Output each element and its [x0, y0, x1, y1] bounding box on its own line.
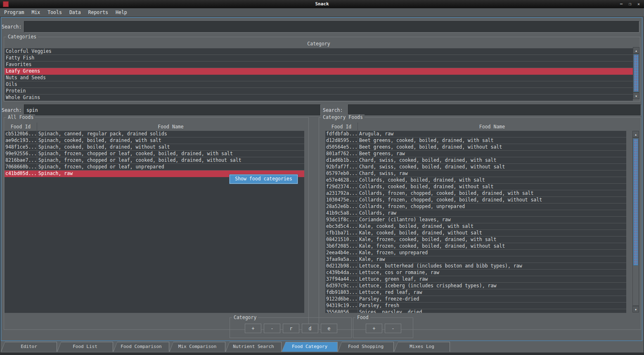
- food-category-panel: Search: Categories Category Colorful Veg…: [1, 17, 642, 341]
- tab[interactable]: Food List: [57, 342, 113, 352]
- tab-label: Nutrient Search: [225, 342, 282, 352]
- table-row[interactable]: 7068660b... Spinach, frozen, chopped or …: [5, 164, 304, 170]
- food-name-cell: Lettuce, cos or romaine, raw: [358, 270, 626, 276]
- category-action-button[interactable]: r: [283, 324, 299, 333]
- category-row[interactable]: Favorites: [5, 62, 633, 68]
- category-row[interactable]: Protein: [5, 88, 633, 95]
- category-row[interactable]: Leafy Greens: [5, 68, 633, 75]
- food-id-cell: 94319c19...: [325, 303, 358, 309]
- table-row[interactable]: 0d212b98... Lettuce, butterhead (include…: [325, 263, 626, 270]
- tab[interactable]: Food Shopping: [338, 342, 394, 352]
- tab[interactable]: Editor: [1, 342, 57, 352]
- food-name-cell: Spinach, frozen, chopped or leaf, cooked…: [37, 151, 304, 157]
- restore-icon[interactable]: ❐: [627, 0, 632, 8]
- tab[interactable]: Food Comparison: [113, 342, 169, 352]
- category-action-button[interactable]: d: [302, 324, 318, 333]
- category-action-button[interactable]: +: [245, 324, 261, 333]
- food-action-button[interactable]: -: [385, 324, 401, 333]
- food-id-cell: 93dc1f8c...: [325, 217, 358, 223]
- tab[interactable]: Mix Comparison: [169, 342, 225, 352]
- table-row[interactable]: 99e92556... Spinach, frozen, chopped or …: [5, 151, 304, 157]
- scroll-up-icon[interactable]: ▲: [632, 131, 639, 137]
- food-name-cell: Kale, frozen, unprepared: [358, 250, 626, 256]
- table-row[interactable]: 41b9c5a8... Collards, raw: [325, 210, 626, 217]
- scrollbar-thumb[interactable]: [633, 139, 638, 265]
- scroll-down-icon[interactable]: ▼: [633, 92, 639, 99]
- table-row[interactable]: 93dc1f8c... Coriander (cilantro) leaves,…: [325, 217, 626, 223]
- scroll-up-icon[interactable]: ▲: [633, 47, 639, 54]
- table-row[interactable]: 9122d6be... Parsley, freeze-dried: [325, 296, 626, 303]
- all-foods-table: cb5120b6... Spinach, canned, regular pac…: [5, 131, 304, 313]
- menu-item[interactable]: Mix: [28, 9, 44, 16]
- category-row[interactable]: Nuts and Seeds: [5, 75, 633, 81]
- table-row[interactable]: 28a52e6b... Collards, frozen, chopped, u…: [325, 204, 626, 210]
- menu-item[interactable]: Reports: [85, 9, 112, 16]
- table-row[interactable]: fdb91803... Lettuce, red leaf, raw: [325, 289, 626, 296]
- category-row[interactable]: Fatty Fish: [5, 55, 633, 62]
- all-foods-group-label: All Foods: [6, 114, 35, 120]
- table-row[interactable]: 3b6f2085... Kale, frozen, cooked, boiled…: [325, 243, 626, 250]
- category-foods-table: fdfdbfab... Arugula, raw d12d8595... Bee…: [325, 131, 626, 313]
- menu-item[interactable]: Help: [112, 9, 131, 16]
- table-row[interactable]: a231792a... Collards, frozen, chopped, c…: [325, 190, 626, 197]
- table-row[interactable]: 94319c19... Parsley, fresh: [325, 303, 626, 309]
- food-action-button[interactable]: +: [366, 324, 382, 333]
- table-row[interactable]: ae9dc193... Spinach, cooked, boiled, dra…: [5, 137, 304, 144]
- scroll-down-icon[interactable]: ▼: [632, 306, 639, 312]
- table-row[interactable]: 948f1ce5... Spinach, cooked, boiled, dra…: [5, 144, 304, 151]
- table-row[interactable]: 08421510... Kale, frozen, cooked, boiled…: [325, 237, 626, 243]
- category-foods-search-label: Search:: [323, 107, 343, 113]
- tab[interactable]: Nutrient Search: [225, 342, 282, 352]
- tab[interactable]: Food Category: [282, 342, 338, 352]
- table-row[interactable]: cb5120b6... Spinach, canned, regular pac…: [5, 131, 304, 137]
- tab-label: Food Category: [282, 342, 338, 352]
- food-id-cell: d1ad6b1b...: [325, 157, 358, 163]
- category-row[interactable]: Whole Grains: [5, 95, 633, 101]
- food-name-cell: Coriander (cilantro) leaves, raw: [358, 217, 626, 223]
- category-action-button[interactable]: e: [321, 324, 337, 333]
- food-name-cell: Spinach, canned, regular pack, drained s…: [37, 131, 304, 137]
- scrollbar-track[interactable]: [633, 54, 639, 92]
- top-search-input[interactable]: [24, 21, 639, 33]
- table-row[interactable]: fdfdbfab... Arugula, raw: [325, 131, 626, 137]
- table-row[interactable]: e57e4628... Collards, cooked, boiled, dr…: [325, 177, 626, 184]
- table-row[interactable]: 35568056... Spices, parsley, dried: [325, 309, 626, 313]
- food-id-cell: 801af762...: [325, 151, 358, 157]
- tab-label: Editor: [1, 342, 57, 352]
- table-row[interactable]: ebc3d5c4... Kale, cooked, boiled, draine…: [325, 223, 626, 230]
- table-row[interactable]: d1ad6b1b... Chard, swiss, cooked, boiled…: [325, 157, 626, 164]
- menu-item[interactable]: Tools: [44, 9, 66, 16]
- category-row[interactable]: Colorful Veggies: [5, 48, 633, 55]
- menu-item[interactable]: Data: [66, 9, 85, 16]
- category-action-button[interactable]: -: [264, 324, 280, 333]
- categories-group: Categories Category Colorful VeggiesFatt…: [4, 37, 640, 102]
- table-row[interactable]: d12d8595... Beet greens, cooked, boiled,…: [325, 137, 626, 144]
- table-row[interactable]: 3faa9a5a... Kale, raw: [325, 256, 626, 263]
- table-row[interactable]: d50564e5... Beet greens, cooked, boiled,…: [325, 144, 626, 151]
- food-name-cell: Kale, frozen, cooked, boiled, drained, w…: [358, 237, 626, 243]
- category-foods-search-input[interactable]: [348, 104, 641, 116]
- food-name-cell: Beet greens, cooked, boiled, drained, wi…: [358, 137, 626, 144]
- scrollbar-thumb[interactable]: [634, 54, 639, 92]
- table-row[interactable]: 37f94a44... Lettuce, green leaf, raw: [325, 276, 626, 283]
- tab[interactable]: Mixes Log: [394, 342, 450, 352]
- table-row[interactable]: 801af762... Beet greens, raw: [325, 151, 626, 157]
- table-row[interactable]: 05797eb0... Chard, swiss, raw: [325, 170, 626, 177]
- minimize-icon[interactable]: –: [619, 0, 624, 8]
- scrollbar-track[interactable]: [632, 137, 639, 306]
- table-row[interactable]: f29d2374... Collards, cooked, boiled, dr…: [325, 184, 626, 190]
- menu-item[interactable]: Program: [0, 9, 28, 16]
- table-row[interactable]: 92bfaf7f... Chard, swiss, cooked, boiled…: [325, 164, 626, 170]
- table-row[interactable]: 2eea4b4e... Kale, frozen, unprepared: [325, 250, 626, 256]
- table-row[interactable]: 6d397c9c... Lettuce, iceberg (includes c…: [325, 283, 626, 289]
- food-name-cell: Spices, parsley, dried: [358, 309, 626, 313]
- table-row[interactable]: cfb1ba71... Kale, cooked, boiled, draine…: [325, 230, 626, 237]
- table-row[interactable]: 1030475e... Collards, frozen, chopped, c…: [325, 197, 626, 204]
- food-id-cell: c41bd05d...: [5, 170, 37, 177]
- food-id-cell: 05797eb0...: [325, 170, 358, 177]
- table-row[interactable]: 8216bae7... Spinach, frozen, chopped or …: [5, 157, 304, 164]
- category-row[interactable]: Oils: [5, 81, 633, 88]
- close-icon[interactable]: ✕: [636, 0, 641, 8]
- all-foods-search-input[interactable]: [24, 104, 321, 116]
- table-row[interactable]: c439b4da... Lettuce, cos or romaine, raw: [325, 270, 626, 276]
